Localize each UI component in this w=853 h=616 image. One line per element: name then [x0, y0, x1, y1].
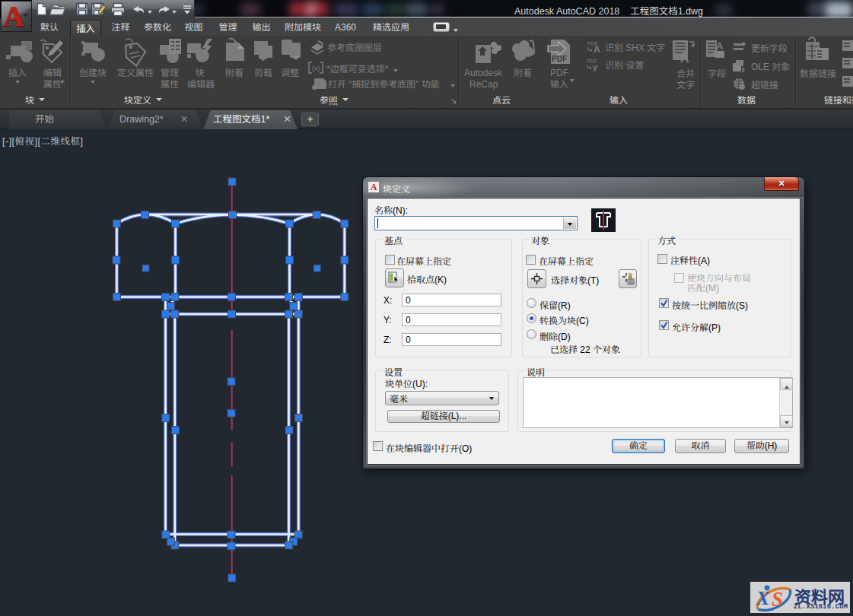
- svg-text:y: y: [593, 62, 598, 71]
- svg-text:A: A: [594, 44, 600, 55]
- svg-text:(x): (x): [312, 65, 320, 72]
- svg-text:A: A: [680, 52, 689, 65]
- svg-text:X: X: [756, 587, 770, 609]
- svg-text:S: S: [772, 588, 783, 611]
- svg-text:A: A: [716, 40, 724, 52]
- svg-text:PDF: PDF: [552, 55, 567, 63]
